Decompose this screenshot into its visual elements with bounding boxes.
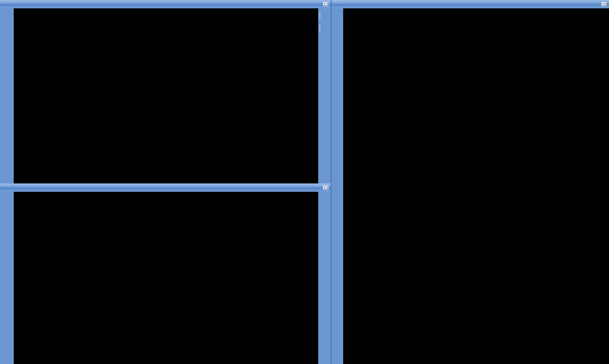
trend-window: [331, 0, 609, 364]
spectrum-chart-area: [14, 192, 318, 364]
trend-toolbar: [332, 8, 343, 364]
spectrum-header: [14, 192, 318, 201]
spectrum-toolbar: [0, 192, 14, 364]
waveform-titlebar[interactable]: [0, 0, 331, 8]
side-spacer: [318, 192, 331, 364]
waveform-toolbar: [0, 8, 14, 183]
spectrum-window: [0, 183, 331, 364]
side-tab-strip: [318, 8, 331, 183]
trend-chart-list: [343, 8, 609, 364]
restore-button[interactable]: [323, 2, 329, 7]
waveform-chart-area: [14, 8, 318, 183]
app-screen: [0, 0, 609, 364]
restore-button[interactable]: [601, 2, 607, 7]
waveform-header: [14, 8, 318, 17]
restore-button[interactable]: [323, 185, 329, 190]
spectrum-plot[interactable]: [14, 201, 318, 364]
tab-sync-points[interactable]: [319, 12, 321, 20]
waveform-plot[interactable]: [14, 17, 318, 183]
trend-titlebar[interactable]: [332, 0, 609, 8]
tab-waterfall[interactable]: [319, 24, 321, 32]
spectrum-titlebar[interactable]: [0, 183, 331, 192]
waveform-window: [0, 0, 331, 183]
